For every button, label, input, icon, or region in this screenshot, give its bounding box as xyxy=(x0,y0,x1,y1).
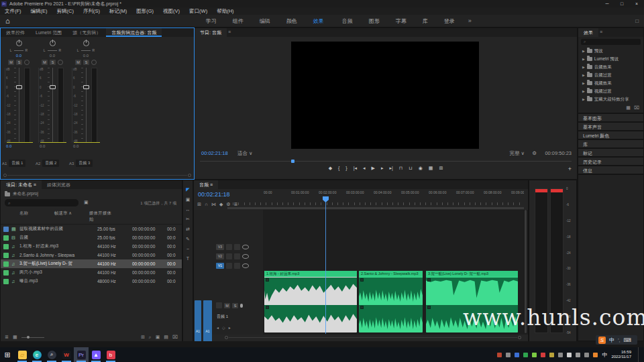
ime-toolbar[interactable]: S 中 ’, ⌨ xyxy=(596,335,637,345)
pan-value[interactable]: 0.0 xyxy=(2,54,36,58)
track-name[interactable]: 音频 1 xyxy=(9,160,25,167)
ime-mode-chinese[interactable]: 中 xyxy=(609,337,614,344)
slip-tool-icon[interactable]: ⇄ xyxy=(186,227,190,232)
fader-db-value[interactable]: 0.0 xyxy=(40,144,69,148)
media-name[interactable]: 1.祖海 - 好运来.mp3 xyxy=(19,243,97,249)
effects-tab[interactable]: 效果 xyxy=(578,28,598,37)
program-timecode[interactable]: 00:02:21:18 xyxy=(201,150,228,156)
ripple-edit-tool-icon[interactable]: ↔ xyxy=(186,207,191,212)
twirl-icon[interactable]: ▶ xyxy=(582,73,585,77)
close-button[interactable]: × xyxy=(629,1,644,6)
new-item-icon[interactable]: ▤ xyxy=(164,335,168,340)
export-frame-icon[interactable]: ◉ xyxy=(419,166,423,171)
menu-item[interactable]: 编辑(E) xyxy=(26,8,52,15)
marker-icon[interactable]: ◆ xyxy=(219,202,223,207)
mute-button[interactable]: M xyxy=(75,60,81,65)
audio-track-name[interactable]: 音频 1 xyxy=(217,314,263,320)
audio-clip[interactable]: 2.Santo & Johnny - Sleepwalk.mp3 xyxy=(359,271,423,333)
taskbar-search-icon[interactable]: ⌕ xyxy=(44,347,59,362)
step-back-icon[interactable]: ◂ xyxy=(363,166,366,171)
twirl-icon[interactable]: ▶ xyxy=(582,97,585,101)
mixer-panel-tab[interactable]: 效果控件 xyxy=(1,28,30,37)
label-color-chip[interactable] xyxy=(3,270,9,276)
media-name[interactable]: 曝音.mp3 xyxy=(19,278,97,284)
workspace-overflow-icon[interactable]: » xyxy=(468,17,472,24)
tray-icon[interactable] xyxy=(593,353,598,357)
track-select-tool-icon[interactable]: ▣ xyxy=(186,197,191,202)
menu-item[interactable]: 序列(S) xyxy=(78,8,105,15)
tray-ime-language[interactable]: 中 xyxy=(602,351,607,359)
project-row[interactable]: ⊟ 音频 25.00 fps 00:00:00:00 00:0 xyxy=(1,233,182,242)
type-tool-icon[interactable]: T xyxy=(186,256,189,261)
button-editor-icon[interactable]: ⊞ xyxy=(439,166,443,171)
tray-icon[interactable] xyxy=(576,353,580,357)
track-target-badge[interactable]: V2 xyxy=(216,253,224,259)
home-icon[interactable]: ⌂ xyxy=(5,17,10,25)
collapsed-panel-tab[interactable]: 标记 xyxy=(578,149,643,158)
mark-out-icon[interactable]: } xyxy=(345,166,347,171)
fx-badge-icon[interactable] xyxy=(266,306,269,309)
pan-value[interactable]: 0.0 xyxy=(36,54,69,58)
razor-tool-icon[interactable]: ✂ xyxy=(186,217,190,222)
add-marker-icon[interactable]: ◆ xyxy=(329,166,332,171)
twirl-icon[interactable]: ▶ xyxy=(582,65,585,69)
menu-item[interactable]: 标记(M) xyxy=(105,8,131,15)
thumbnail-zoom-slider[interactable] xyxy=(21,337,44,338)
collapsed-panel-tab[interactable]: Lumetri 颜色 xyxy=(578,131,643,140)
channel-bypass-icon[interactable] xyxy=(83,40,89,46)
playhead-line[interactable] xyxy=(325,198,326,334)
tray-icon[interactable] xyxy=(506,353,511,357)
mixer-panel-tab[interactable]: 音频剪辑混合器: 音频 xyxy=(106,28,162,37)
effects-tree-item[interactable]: ▶ 宝藏大叔特效分享 xyxy=(578,95,643,103)
extract-icon[interactable]: ⊔ xyxy=(409,166,412,171)
fader-handle[interactable] xyxy=(50,85,56,89)
track-visibility-eye-icon[interactable] xyxy=(242,245,249,249)
panel-menu-icon[interactable]: ≡ xyxy=(227,28,233,37)
track-visibility-eye-icon[interactable] xyxy=(242,254,249,259)
sogou-logo-icon[interactable]: S xyxy=(598,337,606,344)
twirl-icon[interactable]: ▶ xyxy=(582,89,585,93)
project-row[interactable]: ▤ 提取视频素材中的音频 25.00 fps 00:00:00:00 00:0 xyxy=(1,225,182,233)
pan-value[interactable]: 0.0 xyxy=(69,54,103,58)
twirl-icon[interactable]: ▶ xyxy=(582,81,585,85)
mark-in-icon[interactable]: { xyxy=(338,166,339,171)
fader-handle[interactable] xyxy=(16,85,22,89)
track-target-badge[interactable]: V1 xyxy=(216,263,224,269)
panel-layout-icon[interactable]: □ xyxy=(635,18,639,24)
label-color-chip[interactable] xyxy=(3,244,9,249)
workspace-tab[interactable]: 音频 xyxy=(334,17,361,25)
tray-icon[interactable] xyxy=(549,353,554,357)
track-mute-button[interactable]: M xyxy=(224,303,230,308)
audio-clip[interactable]: 1.祖海 - 好运来.mp3 xyxy=(264,271,357,333)
effects-tree-item[interactable]: ▶ 音频过渡 xyxy=(578,71,643,79)
menu-item[interactable]: 剪辑(C) xyxy=(52,8,78,15)
effects-search-input[interactable]: ⌕ xyxy=(581,39,641,45)
tray-icon[interactable] xyxy=(532,353,537,357)
track-target-badge[interactable]: V3 xyxy=(216,244,224,250)
sync-lock-icon[interactable] xyxy=(234,244,240,250)
clip-indicator[interactable] xyxy=(535,189,547,192)
collapsed-panel-tab[interactable]: 基本图形 xyxy=(578,114,643,123)
taskbar-explorer-icon[interactable]: ▱ xyxy=(15,347,30,362)
track-name[interactable]: 音频 2 xyxy=(42,160,59,167)
column-header[interactable]: 媒体开始 xyxy=(89,210,103,223)
taskbar-edge-icon[interactable]: e xyxy=(30,347,44,362)
add-button[interactable]: + xyxy=(568,166,572,172)
maximize-button[interactable]: □ xyxy=(614,1,629,6)
media-browser-tab[interactable]: 媒体浏览器 xyxy=(42,180,76,189)
fx-badge-icon[interactable] xyxy=(427,306,431,309)
effects-tree-item[interactable]: ▶ 视频效果 xyxy=(578,79,643,87)
taskbar-wps-icon[interactable]: W xyxy=(59,347,74,362)
effects-tree-item[interactable]: ▶ Lumetri 预设 xyxy=(578,55,643,63)
list-view-icon[interactable]: ≣ xyxy=(5,335,9,340)
project-row[interactable]: ♫ 1.祖海 - 好运来.mp3 44100 Hz 00:00:00:00 00… xyxy=(1,242,182,251)
fader-handle[interactable] xyxy=(83,85,89,89)
taskbar-premiere-icon[interactable]: Pr xyxy=(74,347,89,362)
workspace-tab[interactable]: 学习 xyxy=(198,17,225,25)
fx-badge-icon[interactable] xyxy=(266,278,269,282)
comparison-view-icon[interactable]: ▦ xyxy=(429,166,433,171)
menu-item[interactable]: 帮助(H) xyxy=(212,8,238,15)
track-visibility-eye-icon[interactable] xyxy=(242,263,249,268)
taskbar-photos-icon[interactable]: ▲ xyxy=(89,347,103,362)
solo-button[interactable]: S xyxy=(16,60,22,65)
